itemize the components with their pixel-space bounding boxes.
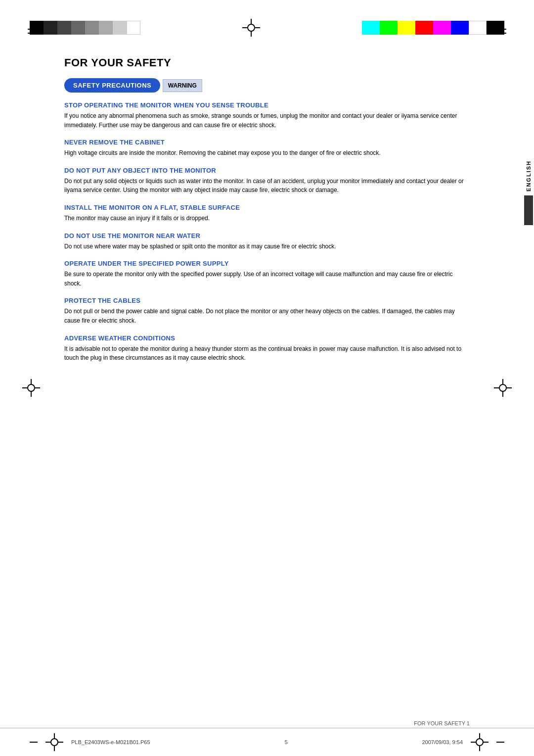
bottom-right-text: 2007/09/03, 9:54 (422, 739, 463, 745)
footer-page-label: FOR YOUR SAFETY 1 (414, 720, 470, 726)
bw-seg (71, 21, 85, 35)
bw-seg (99, 21, 113, 35)
section-body-no-water: Do not use where water may be splashed o… (64, 242, 470, 251)
section-title-cables: PROTECT THE CABLES (64, 297, 470, 304)
color-seg-yellow (398, 21, 415, 35)
section-body-cables: Do not pull or bend the power cable and … (64, 307, 470, 325)
crosshair-circle-bottom-left (50, 738, 58, 746)
side-mark (498, 33, 506, 34)
side-mark (28, 29, 36, 30)
center-crosshair-top (242, 19, 260, 37)
section-never-remove: NEVER REMOVE THE CABINET High voltage ci… (64, 139, 470, 158)
color-seg-green (380, 21, 398, 35)
top-bar (0, 10, 534, 42)
section-flat-surface: INSTALL THE MONITOR ON A FLAT, STABLE SU… (64, 204, 470, 223)
safety-precautions-badge: SAFETY PRECAUTIONS (64, 78, 160, 93)
section-body-power-supply: Be sure to operate the monitor only with… (64, 270, 470, 288)
color-strip-right (362, 21, 504, 35)
crosshair-circle (247, 24, 255, 32)
section-title-no-water: DO NOT USE THE MONITOR NEAR WATER (64, 232, 470, 239)
bw-seg (127, 21, 140, 35)
top-side-marks-left (28, 29, 36, 34)
section-no-object: DO NOT PUT ANY OBJECT INTO THE MONITOR D… (64, 167, 470, 195)
section-no-water: DO NOT USE THE MONITOR NEAR WATER Do not… (64, 232, 470, 251)
page-wrapper: ENGLISH FOR YOUR SAFETY SAFETY PRECAUTIO… (0, 10, 534, 756)
color-seg-red (415, 21, 433, 35)
bottom-left-text: PLB_E2403WS-e-M021B01.P65 (71, 739, 150, 745)
color-seg-white (469, 21, 487, 35)
top-side-marks-right (498, 29, 506, 34)
section-body-stop-operating: If you notice any abnormal phenomena suc… (64, 111, 470, 130)
side-mark (498, 29, 506, 30)
warning-box: WARNING (163, 79, 202, 92)
section-title-flat-surface: INSTALL THE MONITOR ON A FLAT, STABLE SU… (64, 204, 470, 211)
bw-seg (113, 21, 127, 35)
section-title-no-object: DO NOT PUT ANY OBJECT INTO THE MONITOR (64, 167, 470, 174)
bottom-left-crosshair (45, 733, 63, 751)
bw-seg (44, 21, 57, 35)
side-mark (28, 33, 36, 34)
color-seg-blue (451, 21, 469, 35)
section-body-adverse-weather: It is advisable not to operate the monit… (64, 344, 470, 363)
section-title-adverse-weather: ADVERSE WEATHER CONDITIONS (64, 334, 470, 342)
section-body-no-object: Do not put any solid objects or liquids … (64, 177, 470, 195)
bottom-right-tick (496, 742, 504, 743)
bw-seg (57, 21, 71, 35)
bottom-right-crosshair (471, 733, 489, 751)
section-body-flat-surface: The monitor may cause an injury if it fa… (64, 214, 470, 223)
section-power-supply: OPERATE UNDER THE SPECIFIED POWER SUPPLY… (64, 260, 470, 288)
color-seg-cyan (362, 21, 380, 35)
section-adverse-weather: ADVERSE WEATHER CONDITIONS It is advisab… (64, 334, 470, 363)
bottom-left-tick (30, 742, 38, 743)
section-title-stop-operating: STOP OPERATING THE MONITOR WHEN YOU SENS… (64, 101, 470, 109)
color-seg-magenta (433, 21, 451, 35)
section-title-power-supply: OPERATE UNDER THE SPECIFIED POWER SUPPLY (64, 260, 470, 267)
bw-seg (85, 21, 99, 35)
section-stop-operating: STOP OPERATING THE MONITOR WHEN YOU SENS… (64, 101, 470, 130)
section-title-never-remove: NEVER REMOVE THE CABINET (64, 139, 470, 146)
bottom-center-page-number: 5 (284, 739, 287, 745)
crosshair-circle-bottom-right (476, 738, 484, 746)
bw-strip-left (30, 21, 140, 35)
section-cables: PROTECT THE CABLES Do not pull or bend t… (64, 297, 470, 325)
section-body-never-remove: High voltage circuits are inside the mon… (64, 148, 470, 158)
bottom-bar: PLB_E2403WS-e-M021B01.P65 5 2007/09/03, … (0, 728, 534, 751)
page-title: FOR YOUR SAFETY (64, 56, 470, 69)
main-content: FOR YOUR SAFETY SAFETY PRECAUTIONS WARNI… (0, 42, 534, 401)
